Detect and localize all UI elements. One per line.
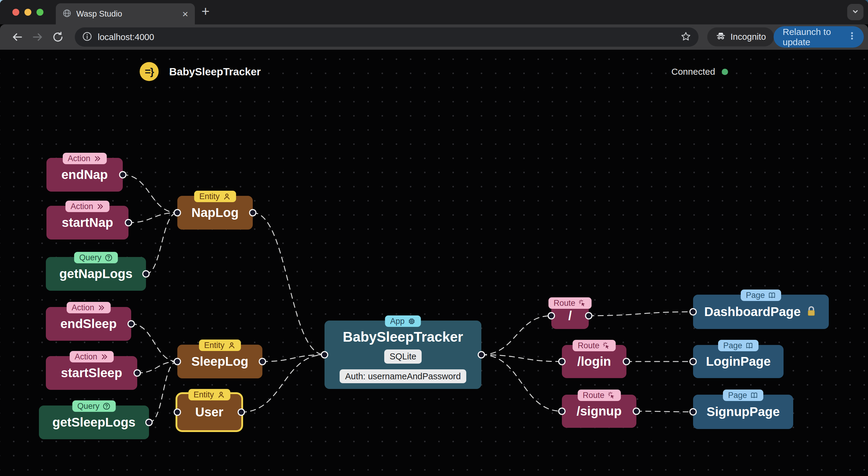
node-DashboardPage[interactable]: PageDashboardPage	[693, 295, 829, 329]
handle-startSleep-right[interactable]	[134, 370, 141, 376]
handle-SleepLog-left[interactable]	[174, 359, 181, 365]
node-label: SignupPage	[707, 406, 780, 418]
handle-User-right[interactable]	[238, 409, 245, 415]
handle-endNap-right[interactable]	[120, 172, 126, 178]
handle-route-root-left[interactable]	[548, 313, 555, 319]
handle-route-login-left[interactable]	[559, 359, 565, 365]
handle-route-root-right[interactable]	[586, 313, 592, 319]
node-route-signup[interactable]: Route/signup	[562, 395, 637, 428]
badge-label: App	[390, 317, 404, 326]
badge-label: Action	[71, 304, 94, 312]
node-label: /login	[577, 355, 611, 368]
handle-NapLog-right[interactable]	[250, 210, 256, 216]
node-getSleepLogs[interactable]: QuerygetSleepLogs	[39, 406, 149, 439]
handle-App-left[interactable]	[321, 351, 328, 358]
node-label: getSleepLogs	[53, 416, 135, 429]
badge-label: Action	[70, 202, 93, 211]
node-badge-entity: Entity	[199, 340, 241, 351]
node-badge-route: Route	[578, 389, 621, 401]
node-badge-action: Action	[65, 201, 110, 212]
handle-LoginPage-left[interactable]	[690, 359, 696, 365]
handle-SleepLog-right[interactable]	[259, 359, 266, 365]
cursor-click-icon	[579, 299, 587, 307]
node-badge-query: Query	[74, 252, 118, 263]
node-SignupPage[interactable]: PageSignupPage	[693, 395, 793, 429]
node-NapLog[interactable]: EntityNapLog	[177, 196, 253, 230]
browser-window: Wasp Studio × +	[0, 0, 868, 476]
node-badge-route: Route	[548, 297, 591, 309]
badge-label: Action	[67, 155, 90, 163]
node-label: BabySleepTracker	[343, 330, 463, 344]
node-badge-app: App	[385, 315, 421, 327]
person-icon	[227, 341, 236, 349]
node-label: startSleep	[61, 367, 122, 379]
node-SleepLog[interactable]: EntitySleepLog	[177, 345, 262, 378]
node-badge-entity: Entity	[188, 389, 230, 400]
badge-label: Query	[77, 402, 99, 410]
diagram-nodes-layer: ActionendNapActionstartNapQuerygetNapLog…	[0, 0, 868, 476]
node-pill: Auth: usernameAndPassword	[340, 369, 466, 383]
handle-NapLog-left[interactable]	[174, 210, 181, 216]
node-label: LoginPage	[706, 355, 771, 368]
handle-SignupPage-left[interactable]	[690, 409, 696, 415]
chip-icon	[408, 317, 416, 326]
handle-getSleepLogs-right[interactable]	[146, 419, 152, 426]
node-User[interactable]: EntityUser	[177, 394, 241, 430]
node-route-login[interactable]: Route/login	[562, 345, 626, 378]
node-badge-action: Action	[62, 153, 106, 164]
badge-label: Route	[578, 342, 599, 350]
lock-icon	[805, 305, 818, 319]
badge-label: Page	[728, 392, 747, 400]
handle-startNap-right[interactable]	[125, 219, 132, 226]
handle-User-left[interactable]	[174, 409, 181, 415]
node-badge-entity: Entity	[194, 191, 236, 202]
node-badge-page: Page	[723, 389, 763, 401]
badge-label: Page	[723, 342, 742, 350]
node-label: startNap	[62, 216, 113, 229]
double-chevron-icon	[97, 304, 105, 312]
node-route-root[interactable]: Route/	[551, 303, 589, 329]
badge-label: Route	[553, 299, 575, 307]
handle-route-signup-right[interactable]	[633, 408, 640, 414]
badge-label: Action	[74, 353, 97, 361]
double-chevron-icon	[96, 202, 104, 211]
node-LoginPage[interactable]: PageLoginPage	[693, 345, 783, 378]
handle-endSleep-right[interactable]	[128, 321, 134, 327]
node-pill: SQLite	[384, 349, 422, 363]
handle-route-signup-left[interactable]	[559, 408, 565, 414]
node-label: endNap	[61, 168, 108, 181]
badge-label: Page	[746, 291, 765, 300]
node-label: getNapLogs	[59, 268, 133, 280]
open-book-icon	[768, 291, 776, 300]
node-App[interactable]: AppBabySleepTrackerSQLiteAuth: usernameA…	[324, 320, 482, 389]
badge-label: Entity	[204, 341, 225, 349]
node-label: /signup	[577, 405, 622, 417]
node-endSleep[interactable]: ActionendSleep	[46, 307, 131, 341]
double-chevron-icon	[93, 155, 102, 163]
node-startNap[interactable]: ActionstartNap	[46, 206, 128, 239]
node-badge-action: Action	[66, 302, 111, 313]
open-book-icon	[745, 342, 753, 350]
open-book-icon	[750, 392, 758, 400]
handle-DashboardPage-left[interactable]	[690, 309, 696, 315]
node-label: NapLog	[191, 206, 239, 219]
handle-App-right[interactable]	[478, 351, 485, 358]
node-label: endSleep	[60, 317, 117, 330]
question-circle-icon	[102, 402, 111, 410]
badge-label: Route	[583, 392, 604, 400]
handle-route-login-right[interactable]	[623, 359, 630, 365]
node-startSleep[interactable]: ActionstartSleep	[46, 356, 137, 390]
person-icon	[217, 391, 225, 399]
person-icon	[223, 193, 231, 201]
badge-label: Entity	[199, 193, 220, 201]
node-label: /	[568, 309, 572, 322]
node-endNap[interactable]: ActionendNap	[46, 158, 123, 192]
badge-label: Entity	[194, 391, 214, 399]
node-label: User	[195, 406, 223, 418]
node-badge-route: Route	[572, 340, 616, 351]
question-circle-icon	[104, 254, 113, 262]
cursor-click-icon	[602, 342, 611, 350]
handle-getNapLogs-right[interactable]	[143, 271, 149, 277]
node-getNapLogs[interactable]: QuerygetNapLogs	[46, 257, 146, 291]
node-badge-page: Page	[741, 290, 781, 301]
